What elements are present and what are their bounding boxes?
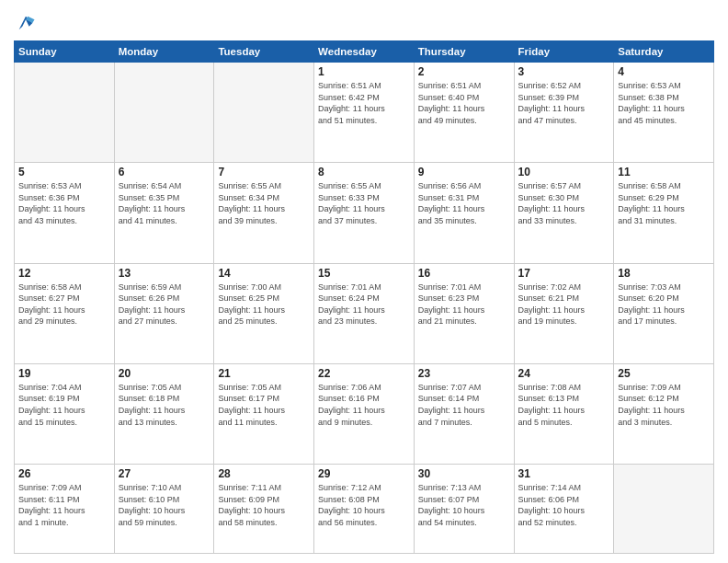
day-number: 14 [218, 267, 310, 280]
calendar-day-cell: 31Sunrise: 7:14 AM Sunset: 6:06 PM Dayli… [514, 465, 614, 554]
day-info: Sunrise: 7:00 AM Sunset: 6:25 PM Dayligh… [218, 282, 310, 327]
day-number: 11 [618, 166, 710, 178]
calendar-week-row: 12Sunrise: 6:58 AM Sunset: 6:27 PM Dayli… [15, 263, 714, 363]
weekday-header: Wednesday [314, 41, 415, 63]
day-number: 31 [518, 467, 610, 480]
day-info: Sunrise: 6:53 AM Sunset: 6:38 PM Dayligh… [618, 80, 710, 126]
calendar-day-cell: 28Sunrise: 7:11 AM Sunset: 6:09 PM Dayli… [214, 465, 314, 554]
day-number: 16 [418, 267, 510, 280]
day-info: Sunrise: 6:58 AM Sunset: 6:27 PM Dayligh… [18, 282, 110, 327]
day-info: Sunrise: 7:01 AM Sunset: 6:24 PM Dayligh… [318, 282, 410, 327]
day-number: 10 [518, 166, 610, 178]
calendar-day-cell: 24Sunrise: 7:08 AM Sunset: 6:13 PM Dayli… [514, 363, 614, 464]
calendar-day-cell: 15Sunrise: 7:01 AM Sunset: 6:24 PM Dayli… [314, 263, 415, 363]
day-number: 3 [518, 65, 610, 78]
day-info: Sunrise: 7:13 AM Sunset: 6:07 PM Dayligh… [418, 482, 510, 528]
day-number: 2 [418, 65, 510, 78]
calendar-day-cell: 6Sunrise: 6:54 AM Sunset: 6:35 PM Daylig… [114, 163, 214, 263]
calendar-day-cell: 18Sunrise: 7:03 AM Sunset: 6:20 PM Dayli… [614, 263, 714, 363]
calendar-day-cell [614, 465, 714, 554]
day-number: 21 [218, 367, 310, 380]
calendar-day-cell: 27Sunrise: 7:10 AM Sunset: 6:10 PM Dayli… [114, 465, 214, 554]
weekday-header: Tuesday [214, 41, 314, 63]
header [14, 9, 714, 33]
page: SundayMondayTuesdayWednesdayThursdayFrid… [0, 0, 728, 563]
day-info: Sunrise: 7:12 AM Sunset: 6:08 PM Dayligh… [318, 482, 410, 528]
day-info: Sunrise: 7:14 AM Sunset: 6:06 PM Dayligh… [518, 482, 610, 528]
calendar-day-cell: 1Sunrise: 6:51 AM Sunset: 6:42 PM Daylig… [314, 63, 415, 163]
calendar-day-cell: 17Sunrise: 7:02 AM Sunset: 6:21 PM Dayli… [514, 263, 614, 363]
day-info: Sunrise: 6:54 AM Sunset: 6:35 PM Dayligh… [119, 180, 210, 226]
calendar-day-cell: 2Sunrise: 6:51 AM Sunset: 6:40 PM Daylig… [414, 63, 514, 163]
day-info: Sunrise: 7:06 AM Sunset: 6:16 PM Dayligh… [318, 382, 410, 428]
day-info: Sunrise: 7:11 AM Sunset: 6:09 PM Dayligh… [218, 482, 310, 528]
day-number: 15 [318, 267, 410, 280]
day-info: Sunrise: 7:09 AM Sunset: 6:11 PM Dayligh… [18, 482, 110, 528]
calendar-day-cell: 14Sunrise: 7:00 AM Sunset: 6:25 PM Dayli… [214, 263, 314, 363]
calendar-week-row: 26Sunrise: 7:09 AM Sunset: 6:11 PM Dayli… [15, 465, 714, 554]
day-number: 13 [119, 267, 210, 280]
weekday-header: Sunday [15, 41, 115, 63]
day-info: Sunrise: 7:05 AM Sunset: 6:17 PM Dayligh… [218, 382, 310, 428]
day-info: Sunrise: 6:55 AM Sunset: 6:33 PM Dayligh… [318, 180, 410, 226]
calendar-day-cell: 25Sunrise: 7:09 AM Sunset: 6:12 PM Dayli… [614, 363, 714, 464]
day-number: 19 [18, 367, 110, 380]
calendar-week-row: 1Sunrise: 6:51 AM Sunset: 6:42 PM Daylig… [15, 63, 714, 163]
day-number: 8 [318, 166, 410, 178]
logo [14, 13, 36, 33]
day-info: Sunrise: 6:52 AM Sunset: 6:39 PM Dayligh… [518, 80, 610, 126]
day-number: 24 [518, 367, 610, 380]
day-info: Sunrise: 6:59 AM Sunset: 6:26 PM Dayligh… [119, 282, 210, 327]
logo-icon [16, 13, 36, 33]
calendar-day-cell: 26Sunrise: 7:09 AM Sunset: 6:11 PM Dayli… [15, 465, 115, 554]
day-info: Sunrise: 7:09 AM Sunset: 6:12 PM Dayligh… [618, 382, 710, 428]
day-number: 4 [618, 65, 710, 78]
day-number: 5 [18, 166, 110, 178]
day-info: Sunrise: 7:07 AM Sunset: 6:14 PM Dayligh… [418, 382, 510, 428]
day-number: 20 [119, 367, 210, 380]
calendar-day-cell: 9Sunrise: 6:56 AM Sunset: 6:31 PM Daylig… [414, 163, 514, 263]
calendar-day-cell: 11Sunrise: 6:58 AM Sunset: 6:29 PM Dayli… [614, 163, 714, 263]
calendar-week-row: 19Sunrise: 7:04 AM Sunset: 6:19 PM Dayli… [15, 363, 714, 464]
day-number: 6 [119, 166, 210, 178]
calendar-table: SundayMondayTuesdayWednesdayThursdayFrid… [14, 40, 714, 554]
day-number: 29 [318, 467, 410, 480]
day-info: Sunrise: 6:56 AM Sunset: 6:31 PM Dayligh… [418, 180, 510, 226]
day-info: Sunrise: 6:51 AM Sunset: 6:40 PM Dayligh… [418, 80, 510, 126]
calendar-day-cell: 3Sunrise: 6:52 AM Sunset: 6:39 PM Daylig… [514, 63, 614, 163]
calendar-day-cell: 4Sunrise: 6:53 AM Sunset: 6:38 PM Daylig… [614, 63, 714, 163]
calendar-day-cell: 23Sunrise: 7:07 AM Sunset: 6:14 PM Dayli… [414, 363, 514, 464]
day-info: Sunrise: 7:04 AM Sunset: 6:19 PM Dayligh… [18, 382, 110, 428]
calendar-day-cell: 7Sunrise: 6:55 AM Sunset: 6:34 PM Daylig… [214, 163, 314, 263]
calendar-day-cell: 12Sunrise: 6:58 AM Sunset: 6:27 PM Dayli… [15, 263, 115, 363]
calendar-day-cell: 29Sunrise: 7:12 AM Sunset: 6:08 PM Dayli… [314, 465, 415, 554]
calendar-day-cell: 21Sunrise: 7:05 AM Sunset: 6:17 PM Dayli… [214, 363, 314, 464]
day-info: Sunrise: 7:05 AM Sunset: 6:18 PM Dayligh… [119, 382, 210, 428]
day-number: 17 [518, 267, 610, 280]
calendar-day-cell [15, 63, 115, 163]
day-number: 30 [418, 467, 510, 480]
calendar-week-row: 5Sunrise: 6:53 AM Sunset: 6:36 PM Daylig… [15, 163, 714, 263]
day-info: Sunrise: 7:10 AM Sunset: 6:10 PM Dayligh… [119, 482, 210, 528]
weekday-header: Monday [114, 41, 214, 63]
day-info: Sunrise: 6:58 AM Sunset: 6:29 PM Dayligh… [618, 180, 710, 226]
calendar-day-cell: 19Sunrise: 7:04 AM Sunset: 6:19 PM Dayli… [15, 363, 115, 464]
day-number: 27 [119, 467, 210, 480]
calendar-day-cell: 22Sunrise: 7:06 AM Sunset: 6:16 PM Dayli… [314, 363, 415, 464]
calendar-day-cell [114, 63, 214, 163]
calendar-day-cell: 5Sunrise: 6:53 AM Sunset: 6:36 PM Daylig… [15, 163, 115, 263]
day-number: 1 [318, 65, 410, 78]
calendar-day-cell: 10Sunrise: 6:57 AM Sunset: 6:30 PM Dayli… [514, 163, 614, 263]
day-info: Sunrise: 7:02 AM Sunset: 6:21 PM Dayligh… [518, 282, 610, 327]
weekday-header: Saturday [614, 41, 714, 63]
day-number: 12 [18, 267, 110, 280]
day-number: 9 [418, 166, 510, 178]
day-number: 22 [318, 367, 410, 380]
day-info: Sunrise: 7:01 AM Sunset: 6:23 PM Dayligh… [418, 282, 510, 327]
day-number: 18 [618, 267, 710, 280]
day-number: 25 [618, 367, 710, 380]
day-number: 26 [18, 467, 110, 480]
day-number: 7 [218, 166, 310, 178]
calendar-day-cell: 16Sunrise: 7:01 AM Sunset: 6:23 PM Dayli… [414, 263, 514, 363]
weekday-header: Friday [514, 41, 614, 63]
